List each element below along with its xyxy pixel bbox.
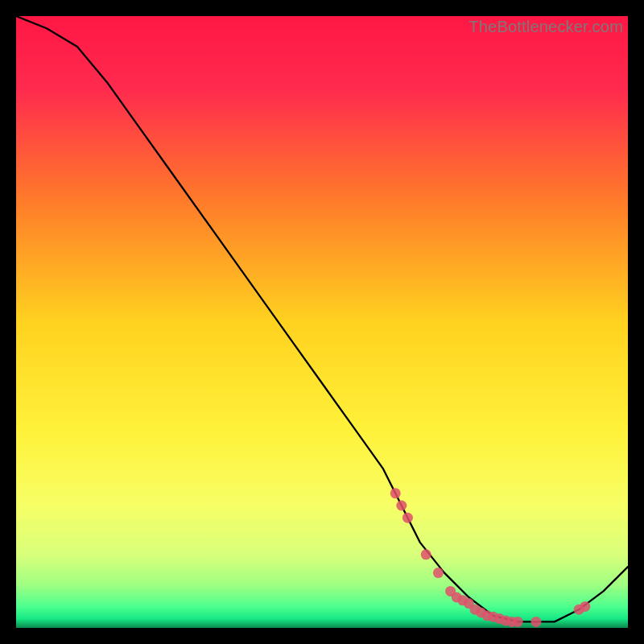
- highlight-dot: [433, 568, 444, 578]
- highlight-dot: [421, 549, 431, 559]
- highlight-dot: [531, 617, 542, 627]
- chart-svg: [16, 16, 628, 628]
- highlight-dot: [513, 617, 523, 627]
- chart-frame: TheBottlenecker.com: [16, 16, 628, 628]
- watermark-label: TheBottlenecker.com: [469, 18, 623, 36]
- highlight-dot: [390, 488, 401, 498]
- highlight-dot: [580, 601, 590, 612]
- highlight-dot: [402, 513, 413, 523]
- highlight-dot: [396, 501, 407, 511]
- gradient-background: [16, 16, 628, 628]
